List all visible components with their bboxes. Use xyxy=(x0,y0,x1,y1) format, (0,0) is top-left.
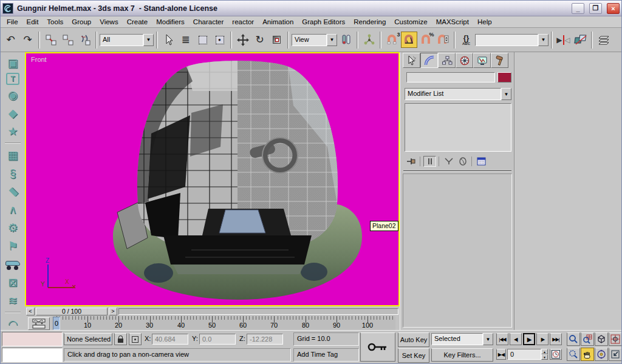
menu-item[interactable]: Views xyxy=(95,17,122,27)
region-zoom-button[interactable] xyxy=(567,348,580,361)
track-bar-frame-indicator[interactable]: 0 xyxy=(53,317,60,330)
zoom-extents-all-button[interactable] xyxy=(609,332,622,346)
maxscript-mini-listener-macro[interactable] xyxy=(2,332,63,346)
menu-item[interactable]: reactor xyxy=(228,17,258,27)
minimize-button[interactable]: _ xyxy=(572,3,584,14)
snap-toggle-3d-icon[interactable]: 3 xyxy=(384,32,400,48)
rigid-body-collection-icon[interactable]: ▣ xyxy=(4,55,22,71)
chevron-down-icon[interactable]: ▼ xyxy=(538,34,549,46)
tab-modify-icon[interactable] xyxy=(420,53,438,68)
time-slider-button[interactable]: 0 / 100 xyxy=(36,308,108,315)
reactor-damper-icon[interactable]: ▮ xyxy=(1,179,25,203)
selection-filter-dropdown[interactable]: All▼ xyxy=(100,34,154,46)
menu-item[interactable]: Rendering xyxy=(349,17,390,27)
selection-lock-toggle[interactable] xyxy=(114,333,127,345)
menu-item[interactable]: Modifiers xyxy=(152,17,189,27)
zoom-extents-button[interactable] xyxy=(595,332,608,346)
zoom-all-button[interactable] xyxy=(581,332,594,346)
pin-stack-icon[interactable] xyxy=(405,156,417,167)
window-crossing-toggle-icon[interactable]: ● xyxy=(211,32,228,48)
menu-item[interactable]: Edit xyxy=(22,17,43,27)
menu-item[interactable]: Character xyxy=(189,17,228,27)
tab-create-icon[interactable] xyxy=(403,53,420,68)
time-configuration-button[interactable] xyxy=(550,349,562,360)
menu-item[interactable]: Animation xyxy=(258,17,298,27)
next-frame-arrow[interactable]: > xyxy=(109,308,117,315)
reactor-motor-icon[interactable]: ⚙ xyxy=(4,220,22,236)
chevron-down-icon[interactable]: ▼ xyxy=(483,333,493,345)
chevron-down-icon[interactable]: ▼ xyxy=(327,34,337,46)
set-keys-button[interactable] xyxy=(360,332,395,362)
select-and-manipulate-icon[interactable] xyxy=(361,32,377,48)
angle-snap-toggle-icon[interactable] xyxy=(401,32,417,48)
selected-objects-button[interactable]: None Selected xyxy=(64,333,112,345)
add-time-tag[interactable]: Add Time Tag xyxy=(293,348,359,362)
modifier-list-dropdown[interactable]: Modifier List ▼ xyxy=(405,88,511,100)
tab-motion-icon[interactable] xyxy=(456,53,473,68)
previous-frame-arrow[interactable]: < xyxy=(26,308,35,315)
time-slider-track[interactable] xyxy=(118,308,398,315)
key-mode-toggle[interactable]: ▶◀ xyxy=(496,349,506,360)
open-mini-curve-editor-button[interactable] xyxy=(28,317,50,330)
previous-frame-button[interactable]: ◀| xyxy=(510,333,522,345)
close-button[interactable]: × xyxy=(607,3,620,14)
chevron-down-icon[interactable]: ▼ xyxy=(143,34,154,46)
menu-item[interactable]: File xyxy=(2,17,22,27)
track-bar-ruler[interactable]: 0 102030405060708090100 xyxy=(52,316,395,331)
reactor-toy-car-icon[interactable] xyxy=(4,256,22,272)
reactor-wind-icon[interactable]: ⚑ xyxy=(4,238,22,254)
select-and-move-icon[interactable] xyxy=(234,32,251,48)
arc-rotate-button[interactable] xyxy=(595,348,608,361)
select-and-link-icon[interactable] xyxy=(43,32,59,48)
unlink-selection-icon[interactable] xyxy=(60,32,76,48)
tab-utilities-icon[interactable] xyxy=(491,53,508,68)
zoom-button[interactable] xyxy=(567,332,580,346)
select-by-name-icon[interactable]: ≣ xyxy=(177,32,194,48)
object-name-field[interactable] xyxy=(406,72,495,83)
show-end-result-icon[interactable] xyxy=(423,156,436,167)
chevron-down-icon[interactable]: ▼ xyxy=(501,88,511,100)
menu-item[interactable]: Graph Editors xyxy=(298,17,349,27)
next-frame-button[interactable]: |▶ xyxy=(536,333,549,345)
go-to-start-button[interactable]: |◀◀ xyxy=(496,333,508,345)
make-unique-icon[interactable] xyxy=(442,156,455,167)
reference-coordinate-system-dropdown[interactable]: View▼ xyxy=(292,34,337,46)
x-coordinate-field[interactable]: 40.684 xyxy=(152,334,188,345)
play-button[interactable]: ▶ xyxy=(523,333,535,345)
key-filters-button[interactable]: Key Filters... xyxy=(431,348,493,362)
object-color-swatch[interactable] xyxy=(497,72,511,83)
frame-spinner[interactable]: ▲▼ xyxy=(541,349,548,360)
go-to-end-button[interactable]: ▶▶| xyxy=(550,333,562,345)
percent-snap-toggle-icon[interactable]: % xyxy=(418,32,434,48)
deforming-mesh-collection-icon[interactable]: ★ xyxy=(4,123,22,140)
spinner-snap-toggle-icon[interactable] xyxy=(435,32,451,48)
tab-display-icon[interactable] xyxy=(473,53,491,68)
named-selection-dropdown[interactable]: ▼ xyxy=(475,34,549,46)
remove-modifier-icon[interactable] xyxy=(456,156,469,167)
cloth-collection-icon[interactable]: T xyxy=(6,73,19,85)
undo-icon[interactable]: ↶ xyxy=(2,32,19,48)
use-pivot-point-center-icon[interactable] xyxy=(338,32,354,48)
menu-item[interactable]: Help xyxy=(473,17,496,27)
named-selection-sets-icon[interactable]: {}ABC xyxy=(458,32,474,48)
key-filter-dropdown[interactable]: Selected ▼ xyxy=(431,333,493,345)
configure-modifier-sets-icon[interactable] xyxy=(475,156,488,167)
reactor-fracture-icon[interactable]: ⊠ xyxy=(4,274,22,291)
set-key-button[interactable]: Set Key xyxy=(398,348,429,363)
z-coordinate-field[interactable]: -12.228 xyxy=(247,334,283,345)
reactor-hinge-icon[interactable]: ∧ xyxy=(4,201,22,218)
maximize-button[interactable]: ❐ xyxy=(589,3,602,14)
bind-to-space-warp-icon[interactable] xyxy=(77,32,93,48)
menu-item[interactable]: MAXScript xyxy=(432,17,473,27)
current-frame-field[interactable]: 0 xyxy=(507,349,541,360)
viewport-front[interactable]: Front xyxy=(25,52,400,306)
redo-icon[interactable]: ↷ xyxy=(19,32,36,48)
reactor-plane-icon[interactable]: ▦ xyxy=(4,147,22,163)
select-object-icon[interactable] xyxy=(160,32,177,48)
menu-item[interactable]: Customize xyxy=(390,17,431,27)
menu-item[interactable]: Create xyxy=(123,17,152,27)
modifier-stack-list[interactable] xyxy=(405,103,511,152)
soft-body-collection-icon[interactable]: ◉ xyxy=(4,87,22,103)
select-and-rotate-icon[interactable]: ↻ xyxy=(251,32,268,48)
menu-item[interactable]: Tools xyxy=(43,17,67,27)
